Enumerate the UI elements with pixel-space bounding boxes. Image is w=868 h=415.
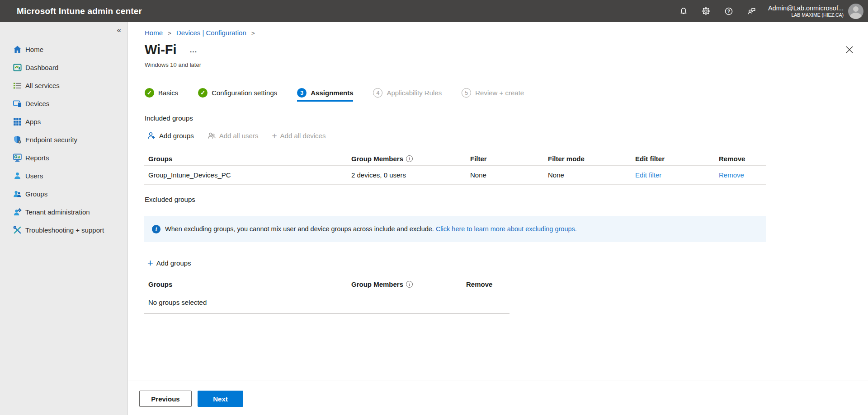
account-menu[interactable]: Admin@Lab.onmicrosof... LAB MAXIME (HIEZ… [768,4,844,18]
excluded-groups-info-banner: i When excluding groups, you cannot mix … [144,216,766,242]
col-edit-filter: Edit filter [635,155,719,163]
feedback-button[interactable] [740,0,763,22]
col-remove: Remove [466,280,509,288]
reports-icon [13,154,22,162]
sidebar-item-groups[interactable]: Groups [0,185,127,203]
breadcrumb-home[interactable]: Home [145,29,163,37]
add-all-devices-button: + Add all devices [272,131,326,140]
notifications-button[interactable] [672,0,695,22]
col-groups: Groups [148,280,351,288]
col-remove: Remove [719,155,766,163]
edit-filter-link[interactable]: Edit filter [635,171,661,179]
previous-button[interactable]: Previous [139,391,192,407]
avatar-body [850,13,862,19]
col-group-members: Group Members i [351,155,470,163]
cell-group-name: Group_Intune_Devices_PC [148,171,351,179]
users-icon [13,172,22,180]
remove-link[interactable]: Remove [719,171,744,179]
step-number-4: 4 [373,88,382,98]
avatar[interactable] [848,4,863,19]
col-groups: Groups [148,155,351,163]
tenant-administration-icon [13,208,22,216]
info-filled-icon: i [152,225,160,233]
table-header-row: Groups Group Members i Remove [144,278,509,291]
breadcrumb-separator: > [168,30,171,37]
info-icon[interactable]: i [406,281,413,288]
sidebar-item-users[interactable]: Users [0,167,127,185]
people-icon [208,131,216,140]
tab-review-create: 5 Review + create [462,88,524,102]
bell-icon [679,6,689,16]
sidebar-item-all-services[interactable]: All services [0,76,127,94]
settings-button[interactable] [695,0,717,22]
cell-filter-mode: None [548,171,635,179]
excluded-groups-table: Groups Group Members i Remove No groups … [144,278,509,314]
avatar-head [853,6,859,12]
feedback-icon [746,6,756,16]
step-number-3: 3 [297,88,307,98]
plus-icon: + [147,259,153,267]
endpoint-security-icon [13,135,22,144]
close-icon[interactable] [845,46,854,54]
included-groups-table: Groups Group Members i Filter Filter mod… [144,152,766,185]
cell-filter: None [470,171,548,179]
plus-icon: + [272,131,277,140]
next-button[interactable]: Next [198,391,243,407]
breadcrumb-separator: > [251,30,255,37]
tab-assignments[interactable]: 3 Assignments [297,88,353,102]
sidebar: « Home Dashboard A [0,22,128,415]
help-button[interactable]: ? [717,0,740,22]
col-filter: Filter [470,155,548,163]
sidebar-item-apps[interactable]: Apps [0,112,127,131]
sidebar-item-endpoint-security[interactable]: Endpoint security [0,131,127,149]
account-upn: Admin@Lab.onmicrosof... [768,4,844,12]
page-subtitle: Windows 10 and later [145,61,201,68]
account-tenant: LAB MAXIME (HIEZ.CA) [768,12,844,18]
gear-icon [701,6,711,16]
page-title: Wi-Fi [145,42,177,57]
apps-icon [13,117,22,126]
table-row: Group_Intune_Devices_PC 2 devices, 0 use… [144,166,766,185]
sidebar-collapse-button[interactable]: « [117,26,121,35]
breadcrumb: Home > Devices | Configuration > [145,29,258,37]
breadcrumb-devices-configuration[interactable]: Devices | Configuration [176,29,246,37]
sidebar-item-dashboard[interactable]: Dashboard [0,58,127,76]
title-ellipsis-menu[interactable]: … [189,46,198,55]
main-content: Home > Devices | Configuration > Wi-Fi …… [128,22,868,415]
groups-icon [13,190,22,198]
tab-applicability-rules: 4 Applicability Rules [373,88,442,102]
included-groups-commandbar: Add groups Add all users + Add all devic… [147,131,339,140]
excluded-add-groups-button[interactable]: + Add groups [147,259,191,267]
top-bar: Microsoft Intune admin center [0,0,868,22]
sidebar-item-troubleshooting-support[interactable]: Troubleshooting + support [0,221,127,239]
table-header-row: Groups Group Members i Filter Filter mod… [144,152,766,166]
person-add-icon [147,131,156,140]
all-services-icon [13,81,22,90]
empty-row: No groups selected [144,291,509,314]
dashboard-icon [13,63,22,72]
empty-message: No groups selected [148,298,351,306]
troubleshooting-icon [13,226,22,234]
info-icon[interactable]: i [406,155,413,162]
add-groups-button[interactable]: Add groups [147,131,194,140]
devices-icon [13,99,22,108]
help-icon: ? [724,6,734,16]
banner-text: When excluding groups, you cannot mix us… [165,225,577,233]
check-icon: ✓ [198,88,208,98]
sidebar-item-tenant-administration[interactable]: Tenant administration [0,203,127,221]
svg-text:?: ? [727,9,730,14]
tab-configuration-settings[interactable]: ✓ Configuration settings [198,88,277,102]
wizard-footer: Previous Next [128,381,868,415]
excluding-groups-learn-more-link[interactable]: Click here to learn more about excluding… [436,225,577,233]
app-title: Microsoft Intune admin center [17,6,142,16]
sidebar-item-devices[interactable]: Devices [0,94,127,112]
home-icon [13,45,22,54]
col-group-members: Group Members i [351,280,466,288]
sidebar-item-home[interactable]: Home [0,40,127,58]
sidebar-item-reports[interactable]: Reports [0,149,127,167]
excluded-groups-heading: Excluded groups [145,196,195,203]
col-filter-mode: Filter mode [548,155,635,163]
tab-basics[interactable]: ✓ Basics [145,88,178,102]
step-number-5: 5 [462,88,471,98]
cell-group-members: 2 devices, 0 users [351,171,470,179]
